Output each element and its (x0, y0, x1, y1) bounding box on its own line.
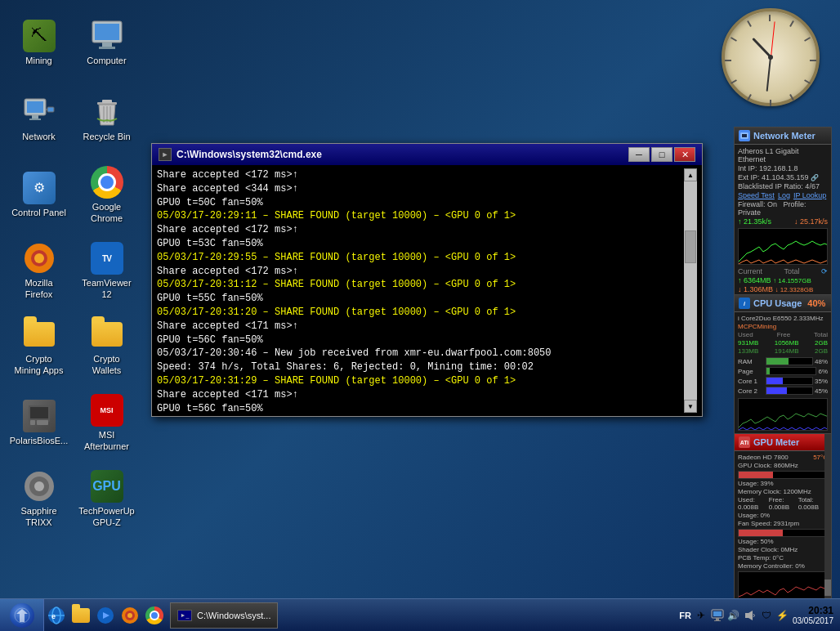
gpu-header-icon: ATi (739, 436, 750, 448)
cmd-scroll-up-button[interactable]: ▲ (684, 168, 697, 181)
gpu-usage-fill (739, 472, 773, 478)
icon-computer[interactable]: Computer (76, 8, 137, 78)
crypto-wallets-icon-img (92, 322, 123, 347)
taskbar-cmd-button[interactable]: ►_ C:\Windows\syst... (170, 602, 278, 629)
cmd-minimize-button[interactable]: ─ (628, 147, 650, 162)
svg-text:e: e (51, 612, 56, 620)
taskbar-ie-button[interactable]: e (44, 601, 69, 630)
clock-face (722, 8, 820, 106)
cmd-scroll-down-button[interactable]: ▼ (684, 400, 697, 413)
icon-recycle-bin[interactable]: Recycle Bin (76, 84, 137, 154)
cpu-graph-svg (739, 399, 827, 430)
icon-polaris-bios[interactable]: PolarisBiosE... (8, 388, 69, 458)
icon-crypto-mining-apps[interactable]: Crypto Mining Apps (8, 312, 69, 382)
icon-control-panel[interactable]: ⚙ Control Panel (8, 160, 69, 230)
core1-progress-bar (766, 377, 813, 385)
cpu-meter-header-icon: i (739, 298, 750, 309)
taskbar-wifi-icon: ✈ (695, 609, 708, 622)
taskbar-clock[interactable]: 20:31 03/05/2017 (793, 605, 833, 625)
taskbar-antivirus-icon: 🛡 (760, 609, 773, 622)
network-refresh-icon[interactable]: ⟳ (821, 267, 828, 275)
icon-techpowerup-gpuz[interactable]: GPU TechPowerUp GPU-Z (76, 464, 137, 534)
taskbar-cmd-label: C:\Windows\syst... (197, 611, 270, 620)
taskbar[interactable]: e ►_ C:\Windows\syst... FR ✈ (0, 598, 840, 631)
recycle-bin-icon-img (91, 96, 123, 128)
network-ext-ip: Ext IP: 41.104.35.159 🔗 (738, 173, 828, 181)
svg-rect-21 (37, 420, 48, 425)
icon-network[interactable]: Network (8, 84, 69, 154)
svg-rect-6 (32, 115, 38, 119)
log-link[interactable]: Log (778, 191, 790, 199)
svg-rect-26 (742, 134, 747, 137)
cmd-scrollbar[interactable]: ▲ ▼ (684, 168, 697, 413)
icon-polaris-bios-label: PolarisBiosE... (10, 436, 69, 446)
sapphire-trixx-icon-img (23, 470, 56, 503)
taskbar-date-display: 03/05/2017 (793, 616, 833, 625)
speed-test-link[interactable]: Speed Test (738, 191, 775, 199)
desktop-icons: Mining Computer (0, 0, 147, 598)
page-progress-bar (766, 367, 816, 375)
icon-sapphire-trixx[interactable]: Sapphire TRIXX (8, 464, 69, 534)
cmd-scrollbar-thumb[interactable] (685, 230, 696, 263)
core2-progress-bar (766, 387, 813, 395)
gpu-meter-body: Radeon HD 7800 57°C GPU Clock: 860MHz Us… (735, 451, 831, 604)
gpu-scrollbar-thumb[interactable] (824, 580, 831, 596)
icon-teamviewer[interactable]: TV TeamViewer 12 (76, 236, 137, 306)
gpu-meter-scrollbar[interactable] (824, 434, 831, 604)
svg-rect-8 (47, 107, 54, 112)
taskbar-folder-icon (72, 608, 90, 623)
cmd-window[interactable]: ► C:\Windows\system32\cmd.exe ─ □ ✕ Shar… (151, 143, 703, 417)
ip-lookup-link[interactable]: IP Lookup (793, 191, 826, 199)
core2-bar-row: Core 2 45% (738, 386, 828, 396)
gpu-fan-usage: Usage: 50% (738, 538, 828, 545)
taskbar-firefox-button[interactable] (118, 601, 142, 630)
cmd-titlebar[interactable]: ► C:\Windows\system32\cmd.exe ─ □ ✕ (152, 144, 702, 165)
chrome-icon-img (91, 166, 123, 199)
network-meter-widget: Network Meter Atheros L1 Gigabit Etherne… (734, 127, 832, 312)
icon-google-chrome[interactable]: Google Chrome (76, 160, 137, 230)
cmd-body: Share accepted <172 ms>↑ Share accepted … (152, 165, 702, 416)
taskbar-cmd-icon: ►_ (177, 610, 192, 621)
download-speed: ↓ 25.17k/s (794, 217, 828, 226)
icon-mozilla-firefox[interactable]: Mozilla Firefox (8, 236, 69, 306)
gpu-fan-progress-bar (738, 529, 828, 537)
gpu-model-row: Radeon HD 7800 57°C (738, 454, 828, 461)
network-meter-body: Atheros L1 Gigabit Ethernet Int IP: 192.… (735, 145, 831, 311)
start-button[interactable] (0, 599, 44, 632)
svg-rect-11 (102, 100, 112, 103)
network-meter-title: Network Meter (753, 131, 815, 141)
cmd-title-text: C:\Windows\system32\cmd.exe (176, 149, 322, 160)
gpu-fan-bar-row (738, 528, 828, 538)
icon-crypto-wallets[interactable]: Crypto Wallets (76, 312, 137, 382)
taskbar-chrome-button[interactable] (142, 601, 167, 630)
cpu-ram-values: 931MB 1056MB 2GB (738, 339, 828, 347)
network-meter-header: Network Meter (735, 128, 831, 145)
network-upload-stats: ↑ 6364MB ↑ 14.1557GB (738, 276, 828, 284)
gpu-meter-header: ATi GPU Meter (735, 434, 831, 451)
network-graph (738, 228, 828, 265)
icon-crypto-wallets-label: Crypto Wallets (79, 354, 134, 375)
cmd-maximize-button[interactable]: □ (651, 147, 672, 162)
icon-teamviewer-label: TeamViewer 12 (79, 278, 134, 299)
control-panel-icon-img: ⚙ (23, 172, 56, 204)
taskbar-folder-button[interactable] (69, 601, 93, 630)
clock-widget (722, 8, 820, 106)
icon-msi-afterburner[interactable]: MSI MSI Afterburner (76, 388, 137, 458)
icon-mining[interactable]: Mining (8, 8, 69, 78)
gpu-graph (738, 571, 828, 600)
techpowerup-gpuz-icon-img: GPU (91, 470, 123, 503)
icon-sapphire-trixx-label: Sapphire TRIXX (11, 506, 66, 527)
taskbar-language: FR (679, 611, 691, 620)
taskbar-wmp-button[interactable] (93, 601, 118, 630)
cmd-controls: ─ □ ✕ (628, 147, 695, 162)
svg-rect-7 (29, 119, 41, 120)
svg-point-24 (34, 481, 44, 491)
gpu-mem-clock: Memory Clock: 1200MHz (738, 488, 828, 495)
computer-icon-img (91, 20, 123, 52)
icon-control-panel-label: Control Panel (11, 208, 66, 218)
clock-center (768, 55, 773, 60)
icon-network-label: Network (22, 132, 55, 142)
cmd-close-button[interactable]: ✕ (674, 147, 695, 162)
taskbar-wmp-icon (96, 606, 114, 624)
taskbar-firefox-icon (121, 606, 139, 624)
